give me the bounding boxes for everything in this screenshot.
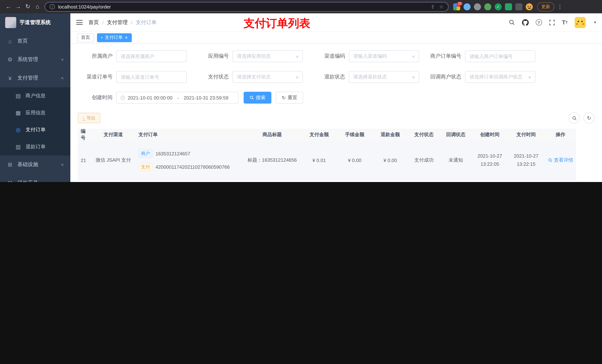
toggle-search-button[interactable]	[569, 113, 580, 124]
tab-close-icon[interactable]: ×	[125, 35, 128, 40]
forward-icon[interactable]: →	[13, 2, 23, 11]
extensions-puzzle-icon[interactable]	[515, 3, 522, 10]
chevron-down-icon: ∨	[295, 75, 299, 79]
reset-button[interactable]: ↻ 重置	[276, 92, 303, 104]
sidebar-item-pay-order[interactable]: ◎ 支付订单	[0, 121, 70, 138]
sidebar-item-merchant-info[interactable]: ▤ 商户信息	[0, 87, 70, 104]
pay-status-select[interactable]: 请选择支付状态 ∨	[233, 71, 303, 83]
sidebar-toggle-icon[interactable]	[76, 20, 83, 25]
merchant-tag: 商户	[139, 149, 152, 157]
chevron-down-icon: ∨	[527, 75, 531, 79]
breadcrumb-home[interactable]: 首页	[88, 19, 99, 26]
logo-avatar	[5, 17, 16, 28]
tab-home[interactable]: 首页	[77, 33, 94, 42]
sidebar-item-label: 首页	[17, 38, 28, 44]
tab-pay-order[interactable]: ● 支付订单 ×	[97, 33, 132, 42]
table-row[interactable]: 21 微信 JSAPI 支付 商户1635312124657 支付4200001…	[78, 141, 576, 180]
filter-label-notify-status: 回调商户状态	[427, 74, 465, 80]
search-icon	[249, 95, 254, 100]
extension-check-icon[interactable]: ✓	[495, 3, 502, 10]
browser-toolbar: ← → ↻ ⌂ i localhost:1024/pay/order ⇧ ☆ 1…	[0, 0, 602, 13]
refund-status-select[interactable]: 请选择退款状态 ∨	[349, 71, 419, 83]
logo[interactable]: 芋道管理系统	[0, 13, 70, 32]
sidebar-item-label: 应用信息	[26, 110, 45, 116]
header: 首页 / 支付管理 / 支付订单 支付订单列表 ?	[70, 13, 602, 32]
merchant-order-no: 1635312124657	[155, 151, 190, 156]
sidebar-item-label: 支付订单	[26, 126, 45, 133]
export-button[interactable]: ↓ 导出	[78, 113, 100, 123]
chevron-down-icon: ∨	[411, 75, 415, 79]
date-start[interactable]: 2021-10-01 00:00:00	[128, 95, 172, 100]
avatar-caret-icon[interactable]: ▾	[594, 20, 596, 25]
bookmark-star-icon[interactable]: ☆	[439, 4, 443, 10]
reload-icon[interactable]: ↻	[23, 2, 32, 11]
sidebar-item-home[interactable]: ⌂ 首页	[0, 32, 70, 50]
extension-blue-icon[interactable]	[463, 3, 471, 10]
sidebar-item-label: 基础设施	[17, 161, 38, 168]
notify-status: 未通知	[440, 157, 472, 164]
tools-icon: ⚒	[7, 180, 13, 182]
sidebar-item-label: 退款订单	[26, 144, 45, 150]
table-header: 编号 支付渠道 支付订单 商品标题 支付金额 手续金额 退款金额 支付状态 回调…	[78, 129, 576, 141]
view-detail-link[interactable]: 查看详情	[548, 157, 573, 164]
extension-colorful-icon[interactable]: 10	[453, 3, 460, 10]
extension-gray-icon[interactable]	[474, 3, 481, 10]
sidebar-item-infrastructure[interactable]: ⊞ 基础设施 ∨	[0, 155, 70, 174]
browser-profile-avatar[interactable]	[526, 3, 533, 10]
fullscreen-icon[interactable]	[549, 20, 555, 25]
app-no-select[interactable]: 请选择应用信息 ∨	[233, 50, 303, 62]
breadcrumb-pay-manage[interactable]: 支付管理	[107, 19, 128, 26]
chevron-down-icon: ∨	[295, 54, 299, 58]
channel-pay-no: 4200001174202110278060590766	[155, 164, 230, 170]
card-icon: ▤	[15, 93, 22, 99]
sidebar-item-devtools[interactable]: ⚒ 研发工具 ∨	[0, 174, 70, 182]
sidebar-item-system[interactable]: ⚙ 系统管理 ∨	[0, 50, 70, 69]
user-avatar[interactable]	[575, 17, 586, 28]
browser-menu-icon[interactable]: ⋮	[557, 3, 563, 10]
chevron-down-icon: ∨	[61, 181, 64, 182]
channel-order-no-input[interactable]	[116, 71, 187, 83]
help-icon[interactable]: ?	[536, 19, 542, 26]
filter-label-refund-status: 退款状态	[310, 74, 349, 80]
breadcrumb: 首页 / 支付管理 / 支付订单	[88, 19, 157, 26]
extension-chat-icon[interactable]	[505, 3, 512, 10]
back-icon[interactable]: ←	[4, 2, 13, 11]
merchant-order-no-input[interactable]	[465, 50, 535, 62]
sidebar-item-app-info[interactable]: ▦ 应用信息	[0, 104, 70, 121]
browser-update-button[interactable]: 更新	[537, 2, 554, 11]
filter-label-app-no: 应用编号	[194, 53, 233, 60]
search-icon[interactable]	[508, 19, 515, 26]
date-end[interactable]: 2021-10-31 23:59:59	[184, 95, 228, 100]
notify-status-select[interactable]: 请选择订单回调商户状态 ∨	[465, 71, 535, 83]
sidebar-item-label: 系统管理	[17, 56, 38, 63]
search-icon	[572, 116, 577, 120]
refresh-icon: ↻	[587, 115, 591, 121]
sidebar-item-label: 支付管理	[17, 75, 38, 81]
table-row[interactable]: 20 微信 JSAPI 支付 商户1635311949168 支付4200001…	[78, 180, 576, 182]
extension-green-icon[interactable]	[484, 3, 491, 10]
create-time-range-input[interactable]: 2021-10-01 00:00:00 - 2021-10-31 23:59:5…	[116, 92, 238, 104]
github-icon[interactable]	[522, 19, 528, 26]
extension-row: 10 ✓	[453, 3, 533, 10]
url-text[interactable]: localhost:1024/pay/order	[58, 4, 426, 10]
filter-label-create-time: 创建时间	[78, 94, 116, 101]
font-size-icon[interactable]: TT	[562, 19, 568, 26]
pay-tag: 支付	[139, 163, 152, 171]
merchant-input[interactable]	[116, 50, 187, 62]
sidebar-item-payment[interactable]: ¥ 支付管理 ∧	[0, 69, 70, 87]
channel-code-select[interactable]: 请输入渠道编码 ∨	[349, 50, 419, 62]
filter-label-merchant: 所属商户	[78, 53, 116, 60]
pay-status: 支付成功	[408, 157, 440, 164]
monitor-icon: ⊞	[7, 161, 13, 168]
sidebar-item-label: 商户信息	[26, 93, 45, 99]
chevron-down-icon: ∨	[411, 54, 415, 58]
share-icon[interactable]: ⇧	[431, 4, 435, 10]
sidebar-item-refund-order[interactable]: ▥ 退款订单	[0, 138, 70, 155]
search-button[interactable]: 搜索	[244, 92, 271, 104]
refresh-table-button[interactable]: ↻	[583, 113, 595, 124]
home-icon[interactable]: ⌂	[32, 2, 42, 11]
dashboard-icon: ⌂	[7, 38, 13, 44]
address-bar[interactable]: i localhost:1024/pay/order ⇧ ☆	[44, 2, 449, 12]
filter-label-channel-code: 渠道编码	[310, 53, 349, 60]
site-info-icon[interactable]: i	[50, 4, 55, 9]
